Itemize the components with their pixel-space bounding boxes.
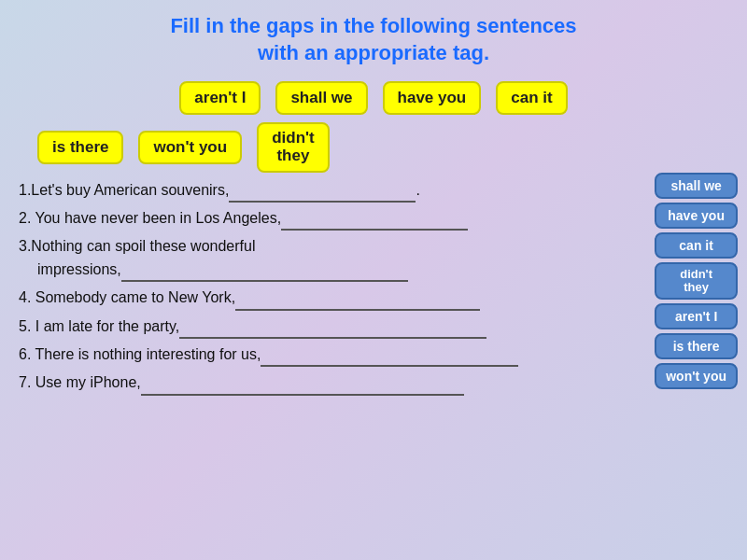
sentence-3-text2: impressions,	[37, 261, 121, 277]
sentence-3-blank	[121, 259, 408, 282]
sentence-1-blank	[229, 180, 416, 203]
answer-tag-shall-we[interactable]: shall we	[655, 173, 738, 199]
sentence-4: 4. Somebody came to New York,	[19, 287, 728, 310]
title-line2: with an appropriate tag.	[19, 40, 728, 67]
sentence-4-text: Somebody came to New York,	[31, 289, 235, 305]
answer-tag-arent-i[interactable]: aren't I	[655, 303, 738, 329]
tag-didnt-line1: didn't	[272, 130, 315, 147]
sentence-5: 5. I am late for the party,	[19, 316, 728, 339]
sentence-7-num: 7.	[19, 374, 31, 390]
sentence-1: 1.Let's buy American souvenirs, .	[19, 180, 728, 203]
sentence-7-blank	[141, 372, 465, 395]
sentences-area: 1.Let's buy American souvenirs, . 2. You…	[0, 173, 747, 396]
sentence-2: 2. You have never been in Los Angeles,	[19, 208, 728, 231]
title-line1: Fill in the gaps in the following senten…	[19, 13, 728, 40]
sentence-5-num: 5.	[19, 318, 31, 334]
sentence-3-cont: impressions,	[19, 259, 728, 282]
answer-tags-column: shall we have you can it didn't they are…	[655, 173, 738, 390]
tag-didnt-they[interactable]: didn't they	[257, 122, 330, 172]
sentence-2-blank	[281, 208, 468, 231]
tag-have-you[interactable]: have you	[383, 81, 482, 115]
answer-tag-didnt-they[interactable]: didn't they	[655, 262, 738, 301]
tag-is-there[interactable]: is there	[37, 131, 123, 164]
sentence-6-blank	[261, 344, 518, 367]
sentence-7-text: Use my iPhone,	[31, 374, 140, 390]
sentence-5-blank	[179, 316, 486, 339]
sentence-2-text: You have never been in Los Angeles,	[31, 210, 281, 226]
tag-arent-i[interactable]: aren't I	[179, 81, 261, 115]
sentence-3: 3.Nothing can spoil these wonderful	[19, 236, 728, 257]
sentence-7: 7. Use my iPhone,	[19, 372, 728, 395]
sentence-6-num: 6.	[19, 346, 31, 362]
answer-tag-can-it[interactable]: can it	[655, 232, 738, 259]
title: Fill in the gaps in the following senten…	[0, 0, 747, 74]
answer-tag-is-there[interactable]: is there	[655, 333, 738, 359]
tag-can-it[interactable]: can it	[496, 81, 567, 115]
sentence-5-text: I am late for the party,	[31, 318, 179, 334]
sentence-4-blank	[235, 287, 480, 310]
tag-shall-we[interactable]: shall we	[275, 81, 367, 115]
sentence-6-text: There is nothing interesting for us,	[31, 346, 261, 362]
sentence-3-num: 3.	[19, 238, 31, 254]
answer-tag-wont-you[interactable]: won't you	[655, 363, 738, 389]
sentence-1-text: Let's buy American souvenirs,	[31, 182, 229, 198]
answer-tag-didnt-line2: they	[684, 281, 709, 294]
answer-tag-didnt-line1: didn't	[680, 268, 712, 281]
answer-tag-have-you[interactable]: have you	[655, 203, 738, 229]
tags-row2: is there won't you didn't they	[0, 122, 747, 172]
tags-row1: aren't I shall we have you can it	[0, 81, 747, 115]
sentence-1-num: 1.	[19, 182, 31, 198]
sentence-2-num: 2.	[19, 210, 31, 226]
sentence-4-num: 4.	[19, 289, 31, 305]
sentence-3-text: Nothing can spoil these wonderful	[31, 238, 255, 254]
tag-wont-you[interactable]: won't you	[138, 131, 242, 164]
sentence-6: 6. There is nothing interesting for us,	[19, 344, 728, 367]
tag-didnt-line2: they	[276, 147, 309, 165]
